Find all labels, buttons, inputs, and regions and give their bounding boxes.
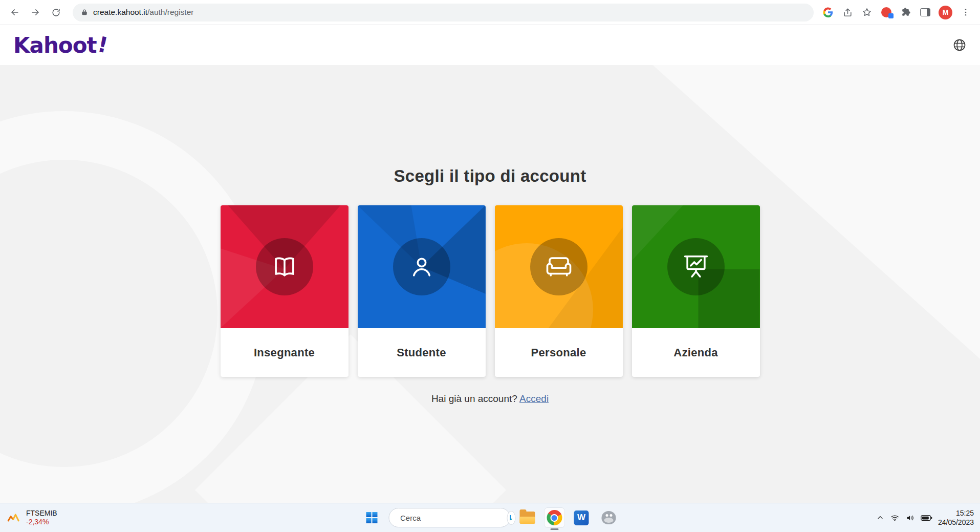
url-text: create.kahoot.it/auth/register [93, 8, 193, 17]
red-extension-icon [881, 7, 891, 17]
side-panel-button[interactable] [919, 6, 931, 18]
forward-button[interactable] [27, 4, 44, 21]
extensions-button[interactable] [900, 6, 912, 18]
card-label: Insegnante [221, 328, 349, 377]
bookmark-button[interactable] [861, 6, 873, 18]
signin-row: Hai già un account? Accedi [0, 393, 980, 405]
card-top-insegnante [221, 205, 349, 328]
file-explorer-button[interactable] [517, 507, 537, 528]
signin-link[interactable]: Accedi [519, 393, 549, 404]
share-icon [843, 8, 853, 17]
card-top-personale [495, 205, 623, 328]
share-button[interactable] [841, 6, 854, 18]
account-type-cards: Insegnante Studente [0, 205, 980, 377]
taskbar-stocks-widget[interactable]: FTSEMIB -2,34% [7, 509, 57, 526]
account-card-azienda[interactable]: Azienda [632, 205, 760, 377]
side-panel-icon [920, 8, 930, 16]
taskbar-search[interactable] [388, 508, 510, 527]
site-header: Kahoot! [0, 25, 980, 65]
windows-logo-icon [366, 512, 377, 523]
forward-icon [30, 7, 40, 17]
taskbar-center: W [361, 507, 619, 528]
language-button[interactable] [952, 38, 967, 52]
account-card-studente[interactable]: Studente [358, 205, 486, 377]
person-icon [408, 253, 435, 281]
google-button[interactable] [822, 6, 834, 18]
taskbar-search-input[interactable] [400, 514, 502, 522]
back-icon [10, 7, 20, 17]
battery-button[interactable] [921, 515, 932, 521]
wifi-icon [890, 514, 900, 522]
file-explorer-icon [519, 512, 535, 524]
browser-menu-button[interactable] [960, 6, 972, 18]
reload-icon [51, 8, 61, 17]
address-bar[interactable]: create.kahoot.it/auth/register [73, 4, 814, 22]
gimp-icon [601, 511, 616, 524]
browser-toolbar: create.kahoot.it/auth/register M [0, 0, 980, 25]
kahoot-logo-text: Kahoot [13, 33, 97, 58]
stock-symbol: FTSEMIB [26, 509, 57, 518]
taskbar-tray: 15:25 24/05/2023 [876, 508, 974, 527]
reload-button[interactable] [47, 4, 64, 21]
taskbar-clock[interactable]: 15:25 24/05/2023 [938, 508, 974, 527]
signin-prompt: Hai già un account? [431, 393, 517, 404]
kahoot-logo-bang: ! [95, 31, 110, 58]
clock-time: 15:25 [938, 508, 974, 518]
icon-circle [530, 238, 587, 295]
stock-change: -2,34% [26, 518, 57, 526]
sofa-icon [545, 253, 573, 281]
extension-red-button[interactable] [880, 6, 892, 18]
start-button[interactable] [361, 507, 382, 528]
battery-icon [921, 515, 932, 521]
word-button[interactable]: W [571, 507, 592, 528]
open-book-icon [271, 253, 298, 281]
stock-widget-text: FTSEMIB -2,34% [26, 509, 57, 526]
icon-circle [256, 238, 313, 295]
kahoot-logo[interactable]: Kahoot! [13, 33, 107, 58]
chrome-icon [547, 510, 562, 525]
page-title: Scegli il tipo di account [0, 65, 980, 186]
card-label: Studente [358, 328, 486, 377]
clock-date: 24/05/2023 [938, 518, 974, 527]
three-dots-icon [961, 8, 970, 17]
toolbar-actions: M [822, 6, 974, 19]
globe-icon [952, 38, 967, 52]
account-card-insegnante[interactable]: Insegnante [221, 205, 349, 377]
gimp-button[interactable] [598, 507, 619, 528]
bing-glyph-icon [507, 514, 515, 522]
tray-overflow-button[interactable] [876, 514, 884, 522]
chrome-button[interactable] [544, 507, 564, 528]
icon-circle [667, 238, 725, 295]
back-button[interactable] [6, 4, 24, 21]
chevron-up-icon [876, 514, 884, 522]
wifi-button[interactable] [890, 514, 900, 522]
google-g-icon [823, 7, 833, 17]
profile-avatar[interactable]: M [939, 6, 952, 19]
account-card-personale[interactable]: Personale [495, 205, 623, 377]
stock-chart-icon [7, 512, 21, 524]
word-icon: W [574, 510, 589, 525]
card-top-azienda [632, 205, 760, 328]
bing-icon [507, 511, 515, 525]
card-label: Azienda [632, 328, 760, 377]
register-page: Scegli il tipo di account Insegnante [0, 65, 980, 503]
lock-icon [81, 8, 88, 16]
speaker-icon [905, 514, 915, 522]
puzzle-icon [901, 7, 911, 17]
icon-circle [393, 238, 450, 295]
volume-button[interactable] [905, 514, 915, 522]
url-host: create.kahoot.it [93, 8, 147, 16]
presentation-chart-icon [682, 253, 710, 281]
card-top-studente [358, 205, 486, 328]
bookmark-star-icon [862, 7, 872, 17]
url-path: /auth/register [147, 8, 193, 16]
card-label: Personale [495, 328, 623, 377]
windows-taskbar: FTSEMIB -2,34% W [0, 503, 980, 532]
